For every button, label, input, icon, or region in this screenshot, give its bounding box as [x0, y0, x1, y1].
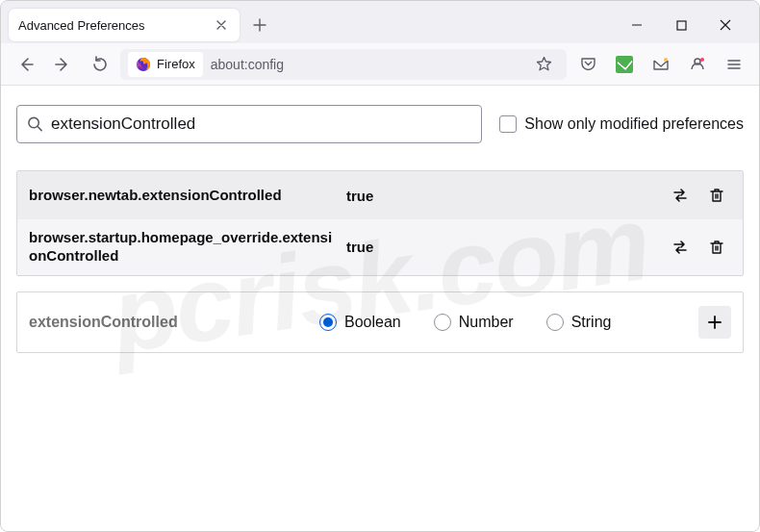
tab-title: Advanced Preferences — [18, 18, 205, 33]
radio-label: Boolean — [344, 314, 401, 331]
maximize-icon — [676, 20, 687, 31]
arrow-right-icon — [54, 56, 71, 73]
bookmark-star-button[interactable] — [528, 49, 559, 80]
reload-icon — [91, 56, 108, 72]
toggle-button[interactable] — [666, 233, 695, 262]
star-icon — [536, 56, 552, 72]
plus-icon — [707, 315, 722, 330]
pref-search-input[interactable] — [51, 114, 471, 134]
identity-box[interactable]: Firefox — [128, 52, 203, 77]
svg-point-4 — [700, 58, 704, 62]
trash-icon — [708, 239, 725, 256]
window-controls — [615, 8, 751, 42]
forward-button[interactable] — [47, 49, 78, 80]
tab-strip: Advanced Preferences — [1, 1, 759, 43]
delete-button[interactable] — [702, 233, 731, 262]
nav-toolbar: Firefox about:config — [1, 43, 759, 86]
svg-point-2 — [664, 58, 668, 62]
radio-boolean[interactable]: Boolean — [319, 314, 401, 331]
arrow-left-icon — [17, 56, 35, 73]
minimize-button[interactable] — [615, 8, 659, 42]
new-tab-button[interactable] — [245, 11, 274, 39]
about-config-content: Show only modified preferences browser.n… — [1, 86, 759, 531]
firefox-logo-icon — [136, 57, 151, 72]
url-bar[interactable]: Firefox about:config — [120, 49, 567, 80]
radio-label: String — [571, 314, 612, 331]
show-modified-checkbox[interactable]: Show only modified preferences — [499, 115, 744, 133]
identity-label: Firefox — [157, 57, 195, 71]
pref-value: true — [346, 188, 658, 204]
extension-icon — [616, 56, 633, 73]
toggle-icon — [671, 238, 690, 257]
account-button[interactable] — [682, 49, 713, 80]
svg-point-5 — [29, 117, 38, 127]
pref-value: true — [346, 239, 658, 255]
close-icon — [215, 19, 227, 31]
back-button[interactable] — [11, 49, 41, 80]
extension-button[interactable] — [609, 49, 640, 80]
app-menu-button[interactable] — [719, 49, 749, 80]
type-radio-group: Boolean Number String — [319, 314, 687, 331]
browser-window: Advanced Preferences — [0, 0, 760, 532]
pref-search-box[interactable] — [16, 105, 482, 143]
maximize-button[interactable] — [659, 8, 703, 42]
search-icon — [27, 115, 43, 133]
new-pref-name: extensionControlled — [29, 314, 308, 331]
inbox-button[interactable] — [646, 49, 676, 80]
checkbox-label: Show only modified preferences — [524, 115, 744, 133]
pocket-button[interactable] — [572, 49, 603, 80]
pref-name: browser.newtab.extensionControlled — [29, 187, 339, 205]
pref-list: browser.newtab.extensionControlled true … — [16, 170, 744, 276]
browser-tab[interactable]: Advanced Preferences — [9, 9, 240, 41]
toggle-icon — [671, 186, 690, 205]
radio-label: Number — [459, 314, 514, 331]
pref-row[interactable]: browser.startup.homepage_override.extens… — [17, 219, 743, 275]
trash-icon — [708, 187, 725, 204]
radio-icon — [434, 314, 451, 331]
add-pref-button[interactable] — [698, 306, 731, 339]
close-icon — [720, 19, 731, 31]
reload-button[interactable] — [84, 49, 114, 80]
pref-name: browser.startup.homepage_override.extens… — [29, 229, 339, 266]
hamburger-icon — [726, 57, 742, 72]
minimize-icon — [631, 19, 643, 31]
svg-rect-0 — [677, 21, 686, 30]
inbox-icon — [652, 56, 670, 73]
checkbox-icon — [499, 115, 517, 133]
radio-number[interactable]: Number — [434, 314, 514, 331]
plus-icon — [253, 18, 266, 32]
close-window-button[interactable] — [703, 8, 747, 42]
pocket-icon — [580, 56, 596, 72]
radio-icon — [319, 314, 337, 331]
toggle-button[interactable] — [666, 181, 695, 210]
delete-button[interactable] — [702, 181, 731, 210]
close-tab-button[interactable] — [213, 16, 230, 34]
url-text: about:config — [211, 57, 520, 72]
new-pref-row: extensionControlled Boolean Number Strin… — [16, 291, 744, 353]
radio-icon — [546, 314, 564, 331]
radio-string[interactable]: String — [546, 314, 612, 331]
pref-row[interactable]: browser.newtab.extensionControlled true — [17, 171, 743, 219]
account-icon — [689, 56, 706, 73]
